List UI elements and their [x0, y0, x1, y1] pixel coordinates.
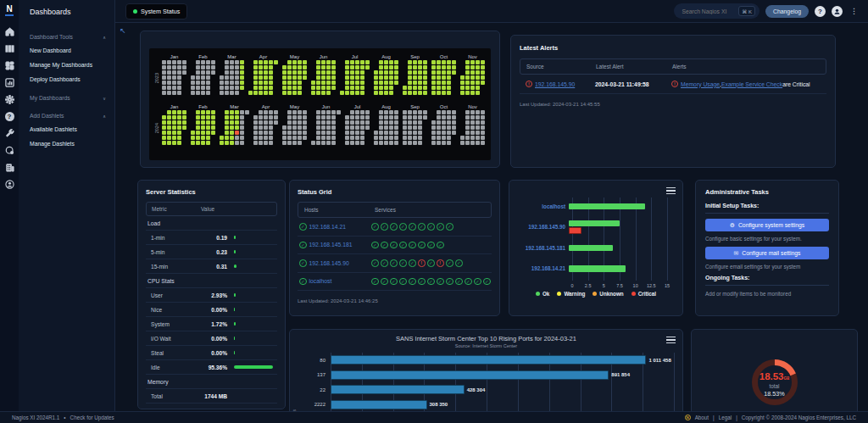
sidebar-group-my-dashboards[interactable]: My Dashboards∨	[19, 91, 114, 104]
user-icon[interactable]	[3, 177, 16, 191]
service-ok-icon[interactable]: ✓	[418, 242, 426, 249]
service-ok-icon[interactable]: ✓	[371, 223, 379, 231]
chart-menu-icon[interactable]	[666, 187, 676, 194]
views-icon[interactable]	[3, 42, 16, 55]
reports-icon[interactable]	[3, 75, 16, 89]
service-ok-icon[interactable]: ✓	[381, 278, 388, 286]
service-ok-icon[interactable]: ✓	[399, 242, 407, 249]
service-ok-icon[interactable]: ✓	[381, 223, 388, 231]
service-ok-icon[interactable]: ✓	[299, 223, 307, 231]
service-ok-icon[interactable]: ✓	[455, 278, 463, 286]
heatmap-cell	[413, 136, 417, 140]
footer: Nagios XI 2024R1.1 • Check for Updates N…	[0, 411, 868, 423]
collapse-sidebar-arrow-icon[interactable]: ↖	[120, 26, 126, 35]
service-ok-icon[interactable]: ✓	[455, 259, 463, 267]
latest-alerts-title: Latest Alerts	[520, 44, 826, 52]
service-ok-icon[interactable]: ✓	[390, 223, 398, 231]
sidebar-item-manage-my-dashboards[interactable]: Manage My Dashboards	[19, 58, 114, 72]
service-ok-icon[interactable]: ✓	[446, 259, 453, 267]
service-ok-icon[interactable]: ✓	[390, 259, 398, 267]
tools-wrench-icon[interactable]	[3, 126, 16, 140]
sidebar-item-available-dashlets[interactable]: Available Dashlets	[19, 122, 114, 136]
host-link-localhost[interactable]: localhost	[309, 278, 332, 284]
service-ok-icon[interactable]: ✓	[427, 242, 435, 249]
configure-mail-settings-button[interactable]: ✉ Configure mail settings	[705, 247, 829, 259]
help-circle-icon[interactable]: ?	[815, 6, 826, 17]
global-search[interactable]: ⌘ K	[674, 3, 760, 19]
system-status-pill[interactable]: System Status	[125, 3, 187, 19]
service-ok-icon[interactable]: ✓	[371, 278, 379, 286]
alert-service-link[interactable]: Example Service Check	[721, 81, 782, 87]
alert-source-link[interactable]: 192.168.145.90	[535, 81, 575, 87]
service-ok-icon[interactable]: ✓	[437, 223, 444, 231]
configure-system-settings-button[interactable]: ⚙ Configure system settings	[705, 219, 829, 231]
service-ok-icon[interactable]: ✓	[381, 242, 388, 249]
overflow-menu-icon[interactable]: ⋮	[849, 7, 860, 15]
heatmap-cell	[460, 75, 465, 80]
host-link-192-168-145-181[interactable]: 192.168.145.181	[309, 242, 353, 248]
service-ok-icon[interactable]: ✓	[409, 259, 416, 267]
sidebar-group-dashboard-tools[interactable]: Dashboard Tools∧	[19, 30, 114, 43]
heatmap-cell	[374, 86, 378, 90]
search-input[interactable]	[682, 8, 734, 14]
heatmap-cell	[269, 91, 273, 95]
service-ok-icon[interactable]: ✓	[399, 259, 407, 267]
service-critical-icon[interactable]: !	[418, 259, 426, 267]
host-link-192-168-145-90[interactable]: 192.168.145.90	[309, 260, 349, 266]
service-ok-icon[interactable]: ✓	[390, 242, 398, 249]
service-ok-icon[interactable]: ✓	[427, 278, 435, 286]
alert-service-link[interactable]: Memory Usage	[681, 81, 720, 87]
sidebar-item-deploy-dashboards[interactable]: Deploy Dashboards	[19, 72, 114, 86]
host-link-192-168-14-21[interactable]: 192.168.14.21	[309, 224, 346, 230]
enterprise-building-icon[interactable]	[3, 160, 16, 174]
service-ok-icon[interactable]: ✓	[446, 223, 453, 231]
service-ok-icon[interactable]: ✓	[299, 278, 307, 286]
service-ok-icon[interactable]: ✓	[399, 223, 407, 231]
service-ok-icon[interactable]: ✓	[409, 242, 416, 249]
dashboards-icon[interactable]	[3, 58, 16, 72]
service-ok-icon[interactable]: ✓	[371, 242, 379, 249]
service-ok-icon[interactable]: ✓	[299, 242, 307, 249]
service-ok-icon[interactable]: ✓	[390, 278, 398, 286]
service-ok-icon[interactable]: ✓	[474, 278, 481, 286]
configure-gear-icon[interactable]	[3, 92, 16, 106]
service-ok-icon[interactable]: ✓	[427, 223, 435, 231]
monitoring-globe-icon[interactable]	[3, 143, 16, 157]
home-icon[interactable]	[3, 25, 16, 38]
service-ok-icon[interactable]: ✓	[418, 278, 426, 286]
chart-menu-icon[interactable]	[666, 337, 676, 343]
heatmap-cell	[379, 91, 383, 95]
sidebar-item-new-dashboard[interactable]: New Dashboard	[19, 43, 114, 58]
service-ok-icon[interactable]: ✓	[299, 259, 307, 267]
service-ok-icon[interactable]: ✓	[465, 278, 472, 286]
service-ok-icon[interactable]: ✓	[381, 259, 388, 267]
status-grid-row: ✓192.168.14.21✓✓✓✓✓✓✓✓✓	[298, 218, 492, 237]
service-ok-icon[interactable]: ✓	[427, 259, 435, 267]
service-ok-icon[interactable]: ✓	[371, 259, 379, 267]
service-critical-icon[interactable]: !	[437, 259, 444, 267]
heatmap-cell	[360, 70, 364, 75]
help-icon[interactable]: ?	[3, 109, 16, 123]
heatmap-cell	[331, 81, 336, 85]
nagios-logo-icon[interactable]: N	[5, 4, 13, 16]
legal-link[interactable]: Legal	[719, 415, 732, 420]
heatmap-cell	[235, 136, 239, 140]
service-ok-icon[interactable]: ✓	[409, 278, 416, 286]
heatmap-cell	[379, 125, 383, 130]
sidebar-group-add-dashlets[interactable]: Add Dashlets∧	[19, 109, 114, 122]
service-ok-icon[interactable]: ✓	[483, 278, 491, 286]
service-ok-icon[interactable]: ✓	[409, 223, 416, 231]
service-ok-icon[interactable]: ✓	[446, 278, 453, 286]
service-ok-icon[interactable]: ✓	[437, 242, 444, 249]
check-for-updates-link[interactable]: Check for Updates	[70, 415, 114, 420]
user-circle-icon[interactable]	[832, 6, 843, 17]
service-ok-icon[interactable]: ✓	[437, 278, 444, 286]
about-link[interactable]: About	[695, 415, 709, 420]
heatmap-cell	[196, 115, 200, 120]
service-ok-icon[interactable]: ✓	[418, 223, 426, 231]
changelog-button[interactable]: Changelog	[765, 5, 809, 18]
heatmap-cell	[177, 70, 181, 75]
service-ok-icon[interactable]: ✓	[399, 278, 407, 286]
alert-timestamp: 2024-03-21 11:49:58	[595, 81, 671, 87]
sidebar-item-manage-dashlets[interactable]: Manage Dashlets	[19, 136, 114, 151]
